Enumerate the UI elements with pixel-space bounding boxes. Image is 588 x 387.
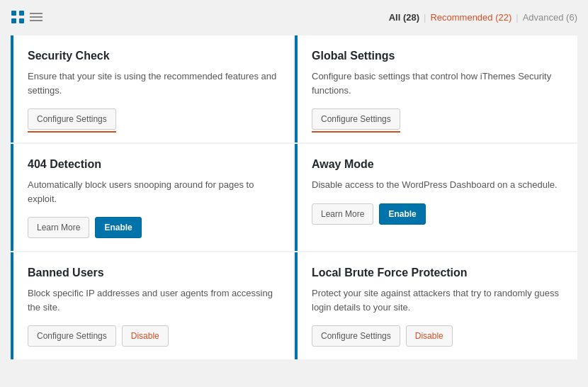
card-actions: Configure SettingsDisable [312,325,563,347]
page-wrapper: All (28) | Recommended (22) | Advanced (… [0,0,588,366]
svg-rect-2 [11,18,16,23]
btn-disable[interactable]: Disable [406,325,453,347]
card-404-detection: 404 DetectionAutomatically block users s… [11,144,293,251]
card-description: Protect your site against attackers that… [312,286,563,314]
view-icons [11,10,43,24]
card-away-mode: Away ModeDisable access to the WordPress… [295,144,577,251]
card-actions: Learn MoreEnable [312,203,563,225]
filter-all[interactable]: All (28) [389,12,419,23]
btn-disable[interactable]: Disable [122,325,169,347]
card-description: Configure basic settings that control ho… [312,69,563,97]
card-actions: Configure SettingsDisable [28,325,279,347]
svg-rect-3 [19,18,24,23]
svg-rect-1 [19,11,24,16]
card-banned-users: Banned UsersBlock specific IP addresses … [11,252,293,359]
btn-configure-settings[interactable]: Configure Settings [312,325,400,347]
card-actions: Configure Settings [28,108,279,130]
card-title: Global Settings [312,50,563,62]
card-title: Away Mode [312,158,563,171]
list-view-icon[interactable] [29,10,43,24]
btn-configure-settings[interactable]: Configure Settings [312,108,400,130]
grid-view-icon[interactable] [11,10,25,24]
cards-grid: Security CheckEnsure that your site is u… [11,35,577,359]
filter-recommended[interactable]: Recommended (22) [430,12,511,23]
card-actions: Configure Settings [312,108,563,130]
filter-links: All (28) | Recommended (22) | Advanced (… [389,12,577,23]
btn-enable[interactable]: Enable [95,217,141,238]
btn-enable[interactable]: Enable [379,203,425,225]
card-description: Ensure that your site is using the recom… [28,69,279,97]
btn-learn-more[interactable]: Learn More [312,203,373,225]
btn-configure-settings[interactable]: Configure Settings [28,325,116,347]
card-global-settings: Global SettingsConfigure basic settings … [295,35,577,142]
card-actions: Learn MoreEnable [28,217,279,238]
btn-configure-settings[interactable]: Configure Settings [28,108,116,130]
svg-rect-0 [11,11,16,16]
card-description: Disable access to the WordPress Dashboar… [312,178,563,192]
card-description: Block specific IP addresses and user age… [28,286,279,314]
card-title: Banned Users [28,267,279,279]
card-security-check: Security CheckEnsure that your site is u… [11,35,293,142]
card-title: Local Brute Force Protection [312,267,563,279]
card-local-brute-force: Local Brute Force ProtectionProtect your… [295,252,577,359]
card-title: Security Check [28,50,279,62]
toolbar: All (28) | Recommended (22) | Advanced (… [11,7,577,27]
filter-advanced[interactable]: Advanced (6) [523,12,577,23]
card-description: Automatically block users snooping aroun… [28,178,279,206]
card-title: 404 Detection [28,158,279,171]
btn-learn-more[interactable]: Learn More [28,217,89,238]
